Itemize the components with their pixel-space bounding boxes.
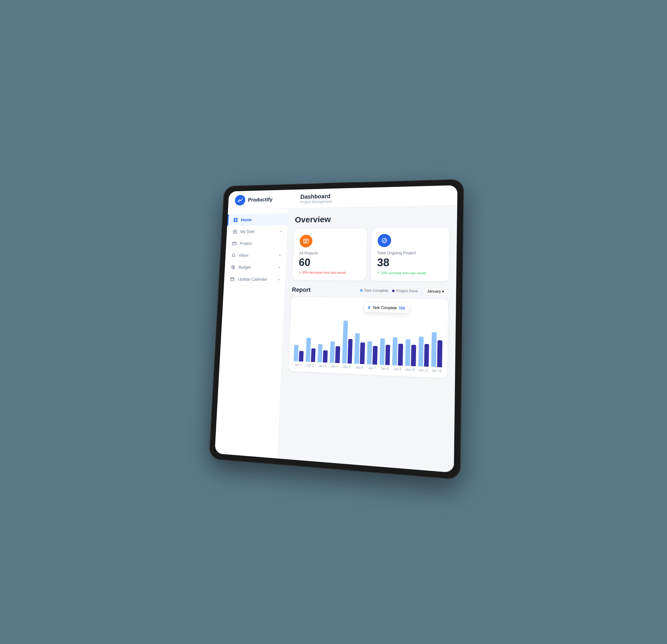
all-projects-card: All Projects 60 ↘ 20% decrease from last… — [292, 228, 367, 280]
logo-area: Productify — [235, 193, 296, 205]
budget-icon — [230, 264, 236, 270]
bar-dark — [385, 345, 390, 365]
calendar-icon — [230, 276, 235, 282]
bar-light — [294, 345, 299, 361]
chart-label: Jan 5 — [342, 365, 352, 369]
chart-group — [318, 344, 328, 363]
overview-title: Overview — [294, 213, 449, 224]
bar-dark — [311, 348, 316, 362]
tablet-screen: Productify Dashboard Project Management — [215, 185, 458, 473]
tooltip-dot — [368, 306, 370, 309]
chart-label: Jan 9 — [392, 367, 403, 371]
chevron-down-icon-inbox: ▾ — [279, 253, 281, 257]
sidebar-label-my-task: My Task — [240, 229, 254, 234]
chart-tooltip: Task Complete 152 — [364, 303, 409, 313]
chart-label: Jan 8 — [379, 366, 390, 370]
chart-label: Jan 4 — [329, 364, 340, 368]
sidebar-item-home[interactable]: Home — [227, 213, 288, 226]
main-layout: Home My Task ▾ — [215, 205, 457, 473]
svg-rect-1 — [236, 218, 238, 220]
total-ongoing-change: ↗ 23% increase from last month — [377, 270, 442, 275]
project-done-dot — [392, 290, 394, 292]
main-content: Overview All Projects — [278, 205, 457, 473]
legend-task-complete: Task Complete — [360, 288, 389, 293]
chart-group — [405, 339, 416, 366]
bar-light — [418, 336, 424, 366]
chart-group — [367, 341, 378, 364]
sidebar-item-inbox[interactable]: Inbox ▾ — [225, 249, 287, 261]
all-projects-label: All Projects — [299, 251, 360, 255]
sidebar-item-my-task[interactable]: My Task ▾ — [227, 225, 288, 237]
all-projects-value: 60 — [298, 256, 360, 269]
bar-light — [432, 332, 437, 367]
bar-light — [342, 320, 348, 363]
bar-light — [405, 339, 410, 366]
svg-rect-0 — [234, 218, 235, 220]
bar-dark — [424, 344, 429, 366]
chart-group — [432, 332, 442, 367]
sidebar-label-project: Project — [240, 241, 251, 246]
svg-rect-13 — [231, 278, 234, 280]
bar-light — [379, 338, 385, 365]
bar-dark — [299, 351, 304, 361]
chart-legend: Task Complete Project Done — [360, 288, 418, 294]
task-icon — [232, 229, 238, 235]
chevron-down-icon-month: ▾ — [442, 289, 444, 294]
svg-rect-2 — [233, 220, 235, 222]
sidebar-item-project[interactable]: Project — [226, 237, 287, 249]
chart-group — [418, 336, 429, 366]
app-logo-text: Productify — [248, 196, 273, 203]
report-header: Report Task Complete Project Done — [292, 286, 448, 296]
bar-light — [392, 337, 398, 365]
bar-light — [367, 341, 372, 364]
chart-group — [329, 341, 340, 363]
sidebar: Home My Task ▾ — [215, 209, 289, 458]
app-logo-icon — [235, 195, 246, 205]
svg-rect-4 — [233, 230, 237, 233]
bar-light — [329, 341, 335, 363]
total-ongoing-card: Total Ongoing Project 38 ↗ 23% increase … — [370, 227, 449, 281]
report-controls: Task Complete Project Done January ▾ — [360, 286, 448, 296]
svg-rect-3 — [235, 220, 238, 222]
month-selector[interactable]: January ▾ — [423, 287, 448, 296]
chart-label: Jan 3 — [317, 364, 327, 367]
chart-label: Jan 11 — [418, 368, 429, 372]
refresh-icon-bg — [378, 234, 391, 247]
chart-label: Jan 10 — [405, 367, 416, 371]
chart-label: Jan 6 — [354, 365, 364, 369]
header-title-area: Dashboard Project Management — [295, 189, 450, 204]
bar-dark — [411, 345, 416, 366]
bar-dark — [398, 344, 403, 366]
bell-icon — [231, 252, 237, 258]
bar-light — [354, 333, 360, 364]
projects-icon-bg — [299, 235, 313, 247]
chart-group — [294, 345, 304, 361]
svg-rect-7 — [232, 242, 236, 245]
bar-dark — [347, 339, 353, 364]
chart-label: Jan 7 — [367, 366, 377, 370]
bar-light — [318, 344, 323, 362]
report-title: Report — [292, 286, 311, 293]
arrow-up-icon: ↗ — [377, 270, 379, 275]
sidebar-label-inbox: Inbox — [239, 253, 249, 258]
legend-task-complete-label: Task Complete — [364, 288, 389, 293]
tooltip-label: Task Complete — [372, 305, 397, 310]
chart-group — [342, 320, 353, 364]
chart-wrapper: Task Complete 152 Jan 1Jan 2Jan 3J — [293, 302, 443, 373]
task-complete-dot — [360, 289, 362, 291]
sidebar-label-update-calender: Update Calender — [238, 277, 267, 282]
bar-dark — [323, 350, 328, 363]
legend-project-done-label: Project Done — [396, 288, 418, 293]
bar-dark — [373, 346, 378, 364]
chart-group — [305, 337, 316, 362]
bar-dark — [335, 346, 340, 363]
sidebar-item-budget[interactable]: Budget ▾ — [225, 261, 286, 274]
sidebar-item-update-calender[interactable]: Update Calender ▾ — [224, 273, 286, 286]
sidebar-label-budget: Budget — [238, 265, 251, 269]
project-icon — [231, 241, 237, 246]
tablet-notch — [321, 182, 356, 189]
chart-group — [392, 337, 403, 366]
bar-light — [305, 337, 311, 362]
tablet-frame: Productify Dashboard Project Management — [209, 179, 464, 480]
chevron-down-icon-budget: ▾ — [278, 266, 280, 269]
